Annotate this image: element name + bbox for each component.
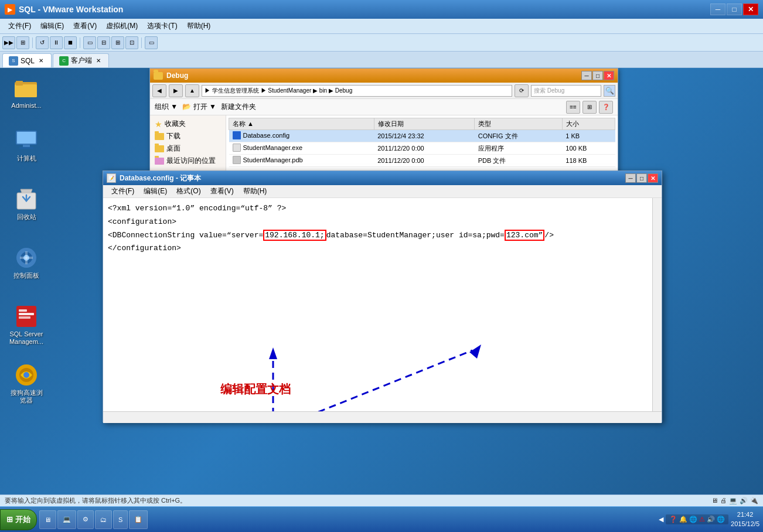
toolbar-btn-1[interactable]: ▶▶ xyxy=(2,36,15,49)
taskbar-item-2[interactable]: 💻 xyxy=(57,510,76,529)
desktop-icon-sql[interactable]: SQL Server Managem... xyxy=(6,302,47,348)
svg-point-20 xyxy=(23,372,29,378)
file-date-2: 2011/12/20 0:00 xyxy=(374,155,475,167)
np-menu-edit[interactable]: 编辑(E) xyxy=(139,185,172,197)
tab-client-close[interactable]: ✕ xyxy=(94,57,103,65)
file-row-1[interactable]: StudentManager.exe 2011/12/20 0:00 应用程序 … xyxy=(229,142,615,155)
menu-vm[interactable]: 虚拟机(M) xyxy=(101,20,142,32)
toolbar-btn-6[interactable]: ▭ xyxy=(83,36,96,49)
nav-up[interactable]: ▲ xyxy=(185,84,199,97)
view-btn-2[interactable]: ⊞ xyxy=(583,101,597,114)
fe-minimize[interactable]: ─ xyxy=(581,71,592,80)
organize-label: 组织 ▼ xyxy=(155,102,178,112)
toolbar-btn-10[interactable]: ▭ xyxy=(145,36,158,49)
fe-maximize[interactable]: □ xyxy=(592,71,603,80)
nav-forward[interactable]: ▶ xyxy=(169,84,183,97)
start-button[interactable]: ⊞ 开始 xyxy=(0,509,37,530)
statusbar-icon-5: 🔌 xyxy=(750,497,758,504)
tab-sql-close[interactable]: ✕ xyxy=(37,57,45,65)
menu-help[interactable]: 帮助(H) xyxy=(182,20,216,32)
desktop-icon-browser[interactable]: 搜狗高速浏览器 xyxy=(6,361,47,407)
toolbar-btn-3[interactable]: ↺ xyxy=(36,36,49,49)
new-folder[interactable]: 新建文件夹 xyxy=(221,102,256,112)
taskbar-item-6[interactable]: 📋 xyxy=(129,510,148,529)
desktop-icon-recycle[interactable]: 回收站 xyxy=(6,185,47,223)
col-type[interactable]: 类型 xyxy=(475,118,563,130)
file-name-1: StudentManager.exe xyxy=(229,142,374,155)
folder-icon xyxy=(154,72,163,80)
file-row-0[interactable]: Database.config 2015/12/4 23:32 CONFIG 文… xyxy=(229,130,615,142)
taskbar: ⊞ 开始 🖥 💻 ⚙ 🗂 S 📋 ◀ ❓ 🔔 🌐 ⚠ 🔊 🌐 xyxy=(0,506,763,532)
maximize-button[interactable]: □ xyxy=(727,4,742,15)
file-explorer-navbar: ◀ ▶ ▲ ▶ 学生信息管理系统 ▶ StudentManager ▶ bin … xyxy=(150,83,618,99)
np-maximize[interactable]: □ xyxy=(636,173,647,183)
menu-view[interactable]: 查看(V) xyxy=(69,20,101,32)
tab-client[interactable]: C 客户端 ✕ xyxy=(53,53,109,67)
menu-file[interactable]: 文件(F) xyxy=(4,20,36,32)
desktop-icon-control[interactable]: 控制面板 xyxy=(6,244,47,282)
notepad-content[interactable]: <?xml version=“1.0” encoding=“utf-8” ?> … xyxy=(103,198,662,411)
sidebar-recent[interactable]: 最近访问的位置 xyxy=(152,155,223,167)
nav-refresh[interactable]: ⟳ xyxy=(515,84,529,97)
toolbar-sep-1 xyxy=(32,37,33,48)
control-icon xyxy=(15,246,38,270)
toolbar-btn-4[interactable]: ⏸ xyxy=(50,36,63,49)
search-button[interactable]: 🔍 xyxy=(604,85,615,97)
menu-edit[interactable]: 编辑(E) xyxy=(36,20,69,32)
statusbar-message: 要将输入定向到该虚拟机，请将鼠标指针移入其中或按 Ctrl+G。 xyxy=(5,496,186,505)
start-label: 开始 xyxy=(15,514,30,525)
address-bar[interactable]: ▶ 学生信息管理系统 ▶ StudentManager ▶ bin ▶ Debu… xyxy=(202,85,512,97)
view-btn-1[interactable]: ≡≡ xyxy=(566,101,580,114)
clock[interactable]: 21:42 2015/12/5 xyxy=(731,510,759,528)
toolbar-btn-7[interactable]: ⊟ xyxy=(97,36,110,49)
minimize-button[interactable]: ─ xyxy=(710,4,725,15)
start-windows-icon: ⊞ xyxy=(6,515,13,524)
desktop-icon-computer[interactable]: 计算机 xyxy=(6,127,47,165)
toolbar-btn-5[interactable]: ⏹ xyxy=(64,36,77,49)
np-menu-format[interactable]: 格式(O) xyxy=(172,185,205,197)
sidebar-downloads[interactable]: 下载 xyxy=(152,130,223,142)
file-row-2[interactable]: StudentManager.pdb 2011/12/20 0:00 PDB 文… xyxy=(229,155,615,167)
view-btn-3[interactable]: ❓ xyxy=(599,101,613,114)
highlight-ip: 192.168.10.1; xyxy=(263,230,326,241)
np-menu-view[interactable]: 查看(V) xyxy=(206,185,239,197)
file-type-2: PDB 文件 xyxy=(475,155,563,167)
close-button[interactable]: ✕ xyxy=(743,4,758,15)
sidebar-favorites[interactable]: ★ 收藏夹 xyxy=(152,118,223,130)
sidebar-desktop[interactable]: 桌面 xyxy=(152,142,223,155)
app-icon: ▶ xyxy=(5,4,15,15)
taskbar-item-4[interactable]: 🗂 xyxy=(95,510,112,529)
taskbar-icon-6: 📋 xyxy=(134,516,142,523)
fe-close[interactable]: ✕ xyxy=(604,71,614,80)
notepad-title: Database.config - 记事本 xyxy=(120,173,201,183)
search-box[interactable]: 搜索 Debug xyxy=(531,85,601,97)
file-type-1: 应用程序 xyxy=(475,142,563,155)
file-explorer-title: Debug xyxy=(166,71,188,80)
open-menu[interactable]: 📂 打开 ▼ xyxy=(182,102,216,112)
toolbar-btn-9[interactable]: ⊡ xyxy=(125,36,138,49)
browser-label: 搜狗高速浏览器 xyxy=(11,389,43,404)
np-menu-file[interactable]: 文件(F) xyxy=(107,185,139,197)
np-minimize[interactable]: ─ xyxy=(625,173,636,183)
col-size[interactable]: 大小 xyxy=(562,118,615,130)
taskbar-item-5[interactable]: S xyxy=(113,510,128,529)
taskbar-item-3[interactable]: ⚙ xyxy=(77,510,94,529)
taskbar-item-1[interactable]: 🖥 xyxy=(39,510,56,529)
col-name[interactable]: 名称 ▲ xyxy=(229,118,374,130)
organize-menu[interactable]: 组织 ▼ xyxy=(155,102,178,112)
toolbar-btn-2[interactable]: ⊞ xyxy=(16,36,29,49)
col-date[interactable]: 修改日期 xyxy=(374,118,475,130)
recycle-icon xyxy=(15,187,38,211)
clock-date: 2015/12/5 xyxy=(731,520,759,528)
taskbar-tray-arrow[interactable]: ◀ xyxy=(659,516,663,523)
np-menu-help[interactable]: 帮助(H) xyxy=(239,185,272,197)
menu-tab[interactable]: 选项卡(T) xyxy=(142,20,182,32)
notepad-line-1: <?xml version=“1.0” encoding=“utf-8” ?> xyxy=(108,203,657,215)
desktop-icon-admin[interactable]: Administ... xyxy=(6,74,47,112)
nav-back[interactable]: ◀ xyxy=(152,84,166,97)
toolbar-btn-8[interactable]: ⊞ xyxy=(111,36,124,49)
notepad-scrollbar[interactable] xyxy=(652,198,662,411)
np-close[interactable]: ✕ xyxy=(648,173,658,183)
tab-sql[interactable]: S SQL ✕ xyxy=(2,53,52,67)
taskbar-icon-3: ⚙ xyxy=(83,516,88,523)
